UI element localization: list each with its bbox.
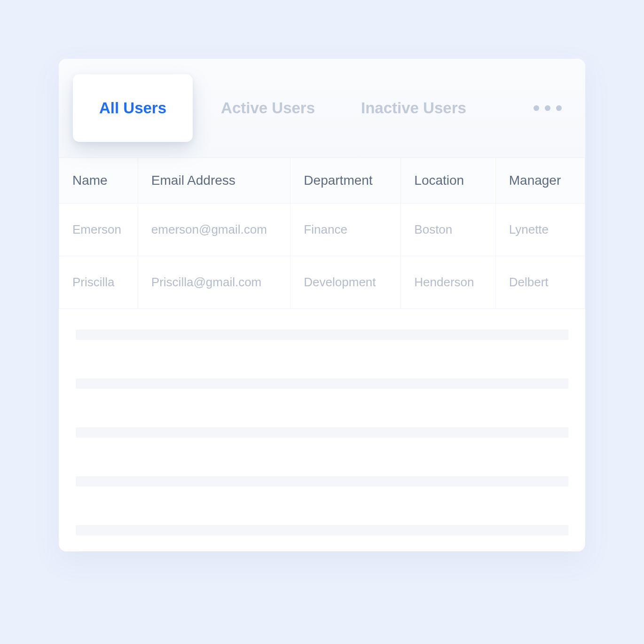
placeholder-row — [76, 476, 568, 487]
tab-active-users[interactable]: Active Users — [203, 80, 333, 136]
col-header-email: Email Address — [138, 158, 291, 204]
col-header-name: Name — [59, 158, 138, 204]
cell-manager: Delbert — [495, 256, 585, 309]
cell-email: Priscilla@gmail.com — [138, 256, 291, 309]
cell-department: Finance — [291, 204, 401, 256]
cell-manager: Lynette — [495, 204, 585, 256]
placeholder-row — [76, 330, 568, 340]
cell-location: Henderson — [401, 256, 495, 309]
placeholder-section — [59, 309, 585, 535]
cell-name: Emerson — [59, 204, 138, 256]
table-row[interactable]: Emerson emerson@gmail.com Finance Boston… — [59, 204, 585, 256]
cell-email: emerson@gmail.com — [138, 204, 291, 256]
table-row[interactable]: Priscilla Priscilla@gmail.com Developmen… — [59, 256, 585, 309]
table-header-row: Name Email Address Department Location M… — [59, 158, 585, 204]
users-table: Name Email Address Department Location M… — [59, 157, 585, 309]
cell-name: Priscilla — [59, 256, 138, 309]
users-panel: All Users Active Users Inactive Users Na… — [59, 59, 585, 551]
tab-all-users[interactable]: All Users — [73, 74, 193, 142]
col-header-manager: Manager — [495, 158, 585, 204]
more-horizontal-icon[interactable] — [534, 105, 562, 111]
placeholder-row — [76, 427, 568, 438]
col-header-department: Department — [291, 158, 401, 204]
tabs-bar: All Users Active Users Inactive Users — [59, 59, 585, 157]
cell-location: Boston — [401, 204, 495, 256]
placeholder-row — [76, 525, 568, 535]
placeholder-row — [76, 378, 568, 389]
users-table-wrap: Name Email Address Department Location M… — [59, 157, 585, 309]
cell-department: Development — [291, 256, 401, 309]
tab-inactive-users[interactable]: Inactive Users — [343, 80, 484, 136]
col-header-location: Location — [401, 158, 495, 204]
